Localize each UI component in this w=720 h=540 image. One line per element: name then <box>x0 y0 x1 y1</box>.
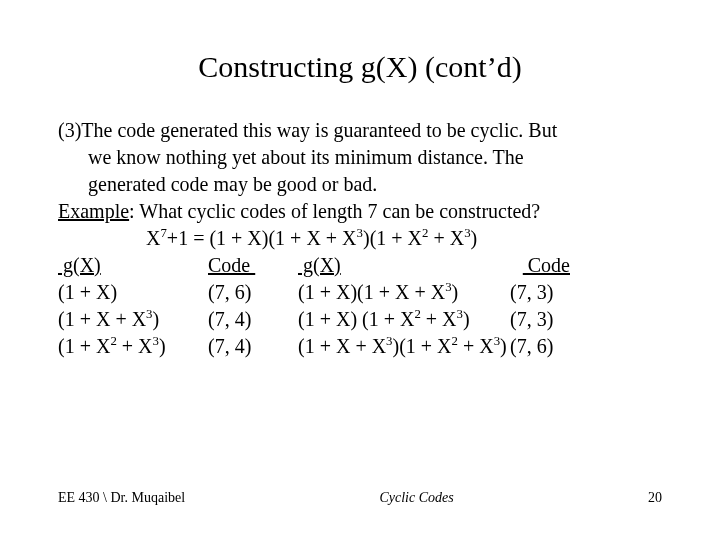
point-3-line1: (3)The code generated this way is guaran… <box>58 118 662 143</box>
slide-title: Constructing g(X) (cont’d) <box>58 50 662 84</box>
slide: Constructing g(X) (cont’d) (3)The code g… <box>0 0 720 540</box>
point-3-line2: we know nothing yet about its minimum di… <box>58 145 662 170</box>
row1-code1: (7, 6) <box>208 280 298 305</box>
example-text: : What cyclic codes of length 7 can be c… <box>129 200 540 222</box>
header-code-2: Code <box>510 253 570 278</box>
row3-gx1: (1 + X2 + X3) <box>58 334 208 359</box>
slide-footer: EE 430 \ Dr. Muqaibel Cyclic Codes 20 <box>58 490 662 506</box>
row3-code2: (7, 6) <box>510 334 570 359</box>
slide-body: (3)The code generated this way is guaran… <box>58 118 662 359</box>
header-gx-2: g(X) <box>298 253 510 278</box>
row1-gx1: (1 + X) <box>58 280 208 305</box>
point-3-line3: generated code may be good or bad. <box>58 172 662 197</box>
row3-gx2: (1 + X + X3)(1 + X2 + X3) <box>298 334 510 359</box>
row3-code1: (7, 4) <box>208 334 298 359</box>
footer-left: EE 430 \ Dr. Muqaibel <box>58 490 185 506</box>
row2-gx1: (1 + X + X3) <box>58 307 208 332</box>
row1-code2: (7, 3) <box>510 280 570 305</box>
factorization: X7+1 = (1 + X)(1 + X + X3)(1 + X2 + X3) <box>58 226 662 251</box>
row2-gx2: (1 + X) (1 + X2 + X3) <box>298 307 510 332</box>
footer-center: Cyclic Codes <box>379 490 453 506</box>
example-label: Example <box>58 200 129 222</box>
row2-code1: (7, 4) <box>208 307 298 332</box>
row2-code2: (7, 3) <box>510 307 570 332</box>
header-gx-1: g(X) <box>58 253 208 278</box>
example-line: Example: What cyclic codes of length 7 c… <box>58 199 662 224</box>
codes-table: g(X) Code g(X) Code (1 + X) (7, 6) (1 + … <box>58 253 662 359</box>
footer-page-number: 20 <box>648 490 662 506</box>
header-code-1: Code <box>208 253 298 278</box>
row1-gx2: (1 + X)(1 + X + X3) <box>298 280 510 305</box>
